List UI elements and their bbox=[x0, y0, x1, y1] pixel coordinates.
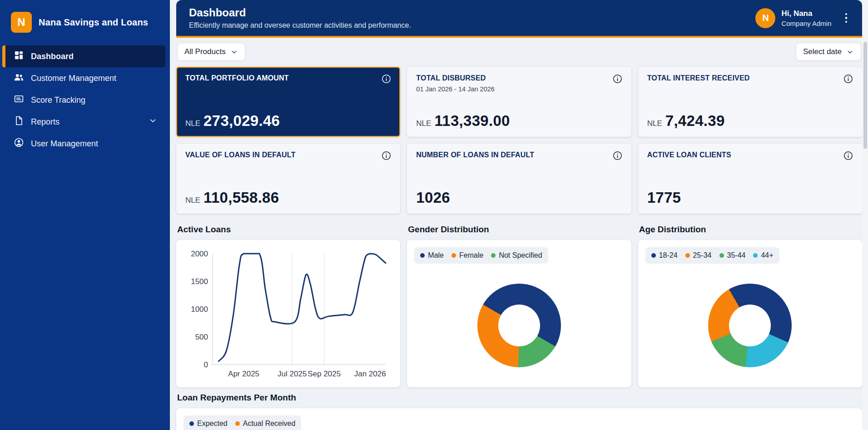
legend-label: Male bbox=[428, 251, 444, 260]
kebab-menu-icon[interactable] bbox=[843, 11, 850, 25]
sidebar-item-reports[interactable]: Reports bbox=[0, 111, 170, 133]
date-filter-label: Select date bbox=[803, 47, 842, 56]
sidebar: N Nana Savings and Loans Dashboard Custo… bbox=[0, 0, 170, 430]
svg-text:0: 0 bbox=[204, 360, 208, 369]
legend-label: 35-44 bbox=[727, 251, 746, 260]
dashboard-icon bbox=[14, 50, 24, 63]
user-greeting: Hi, Nana bbox=[781, 9, 831, 18]
stat-value: 113,339.00 bbox=[434, 112, 510, 130]
info-icon[interactable] bbox=[843, 74, 853, 84]
users-icon bbox=[14, 72, 24, 85]
user-role: Company Admin bbox=[781, 20, 831, 27]
stat-card-value-loans-default[interactable]: VALUE OF LOANS IN DEFAULT NLE 110,558.86 bbox=[176, 144, 400, 214]
scrollbar-thumb[interactable] bbox=[863, 42, 867, 149]
currency-label: NLE bbox=[185, 119, 200, 128]
stat-title: TOTAL DISBURSED bbox=[416, 74, 495, 82]
female-legend-dot bbox=[451, 253, 456, 258]
stats-grid: TOTAL PORTFOLIO AMOUNT NLE 273,029.46 TO… bbox=[176, 67, 862, 214]
male-legend-dot bbox=[420, 253, 425, 258]
svg-text:1500: 1500 bbox=[191, 277, 208, 286]
info-icon[interactable] bbox=[613, 74, 622, 84]
info-icon[interactable] bbox=[843, 151, 853, 160]
brand: N Nana Savings and Loans bbox=[0, 0, 170, 33]
sidebar-item-customer-management[interactable]: Customer Management bbox=[0, 67, 170, 89]
chart-title-gender: Gender Distribution bbox=[408, 225, 631, 235]
legend-item-18-24: 18-24 bbox=[651, 251, 678, 260]
svg-text:Apr 2025: Apr 2025 bbox=[228, 370, 259, 378]
age-35-44-legend-dot bbox=[719, 253, 724, 258]
loan-repayments-card: Expected Actual Received bbox=[176, 408, 862, 430]
chevron-down-icon bbox=[846, 48, 854, 56]
legend-item-35-44: 35-44 bbox=[719, 251, 746, 260]
sidebar-item-user-management[interactable]: User Management bbox=[0, 133, 170, 155]
legend-item-actual-received: Actual Received bbox=[235, 420, 296, 428]
stat-card-total-disbursed[interactable]: TOTAL DISBURSED 01 Jan 2026 - 14 Jan 202… bbox=[407, 67, 631, 137]
stat-card-number-loans-default[interactable]: NUMBER OF LOANS IN DEFAULT 1026 bbox=[407, 144, 631, 214]
report-document-icon bbox=[14, 115, 24, 128]
main-content: Dashboard Efficiently manage and oversee… bbox=[170, 0, 868, 430]
product-filter-dropdown[interactable]: All Products bbox=[177, 43, 245, 61]
legend-item-male: Male bbox=[420, 251, 444, 260]
stat-card-active-loan-clients[interactable]: ACTIVE LOAN CLIENTS 1775 bbox=[638, 144, 862, 214]
stat-card-total-portfolio[interactable]: TOTAL PORTFOLIO AMOUNT NLE 273,029.46 bbox=[176, 67, 400, 137]
active-loans-card: 0500100015002000Apr 2025Jul 2025Sep 2025… bbox=[176, 240, 400, 387]
user-info: Hi, Nana Company Admin bbox=[781, 9, 831, 27]
sidebar-item-score-tracking[interactable]: Score Tracking bbox=[0, 89, 170, 111]
age-distribution-card: 18-24 25-34 35-44 44+ bbox=[638, 240, 862, 387]
legend-label: 44+ bbox=[761, 251, 773, 260]
age-25-34-legend-dot bbox=[685, 253, 690, 258]
legend-label: Female bbox=[459, 251, 483, 260]
gender-distribution-section: Gender Distribution Male Female Not Spec… bbox=[407, 220, 631, 387]
loan-repayments-section: Loan Repayments Per Month Expected Actua… bbox=[176, 393, 862, 430]
info-icon[interactable] bbox=[613, 151, 622, 160]
info-icon[interactable] bbox=[382, 74, 391, 84]
legend-item-not-specified: Not Specified bbox=[491, 251, 542, 260]
sidebar-item-label: User Management bbox=[31, 139, 98, 149]
currency-label: NLE bbox=[185, 196, 200, 205]
chart-title-age: Age Distribution bbox=[639, 225, 862, 235]
active-loans-section: Active Loans 0500100015002000Apr 2025Jul… bbox=[176, 220, 400, 387]
charts-row: Active Loans 0500100015002000Apr 2025Jul… bbox=[176, 220, 862, 387]
stat-date-range: 01 Jan 2026 - 14 Jan 2026 bbox=[416, 85, 495, 93]
sidebar-item-label: Score Tracking bbox=[31, 95, 85, 105]
stat-title: TOTAL INTEREST RECEIVED bbox=[647, 74, 750, 82]
stat-value: 1775 bbox=[647, 189, 681, 206]
date-filter-dropdown[interactable]: Select date bbox=[796, 43, 861, 61]
legend-label: Actual Received bbox=[243, 420, 296, 428]
active-loans-chart: 0500100015002000Apr 2025Jul 2025Sep 2025… bbox=[184, 247, 393, 380]
sidebar-item-label: Customer Management bbox=[31, 74, 116, 83]
age-18-24-legend-dot bbox=[651, 253, 656, 258]
product-filter-label: All Products bbox=[184, 47, 226, 56]
score-card-icon bbox=[14, 94, 24, 106]
repayments-legend: Expected Actual Received bbox=[184, 415, 301, 430]
legend-label: Expected bbox=[197, 420, 228, 428]
legend-item-25-34: 25-34 bbox=[685, 251, 712, 260]
age-donut bbox=[708, 284, 792, 367]
header-left: Dashboard Efficiently manage and oversee… bbox=[189, 6, 411, 30]
legend-label: 18-24 bbox=[659, 251, 678, 260]
svg-text:Sep 2025: Sep 2025 bbox=[308, 370, 341, 378]
app-logo: N bbox=[11, 12, 32, 33]
info-icon[interactable] bbox=[382, 151, 391, 160]
age-donut-hole bbox=[729, 305, 771, 346]
gender-donut bbox=[477, 284, 561, 367]
legend-item-44-plus: 44+ bbox=[753, 251, 773, 260]
sidebar-menu: Dashboard Customer Management Score Trac… bbox=[0, 45, 170, 155]
currency-label: NLE bbox=[647, 119, 662, 128]
chart-title-repayments: Loan Repayments Per Month bbox=[177, 393, 862, 403]
user-avatar: N bbox=[755, 8, 775, 28]
age-44-plus-legend-dot bbox=[753, 253, 758, 258]
chevron-down-icon bbox=[230, 48, 238, 56]
svg-text:Jul 2025: Jul 2025 bbox=[278, 370, 307, 378]
user-menu[interactable]: N Hi, Nana Company Admin bbox=[755, 8, 849, 28]
page-header: Dashboard Efficiently manage and oversee… bbox=[176, 0, 862, 38]
sidebar-item-dashboard[interactable]: Dashboard bbox=[2, 45, 165, 67]
chart-title-active-loans: Active Loans bbox=[177, 225, 400, 235]
stat-card-total-interest[interactable]: TOTAL INTEREST RECEIVED NLE 7,424.39 bbox=[638, 67, 862, 137]
svg-text:1000: 1000 bbox=[191, 305, 208, 314]
stat-value: 273,029.46 bbox=[203, 112, 280, 130]
gender-legend: Male Female Not Specified bbox=[414, 247, 548, 264]
scrollbar-track bbox=[862, 0, 868, 430]
sidebar-item-label: Dashboard bbox=[31, 52, 74, 61]
svg-text:2000: 2000 bbox=[191, 250, 208, 258]
